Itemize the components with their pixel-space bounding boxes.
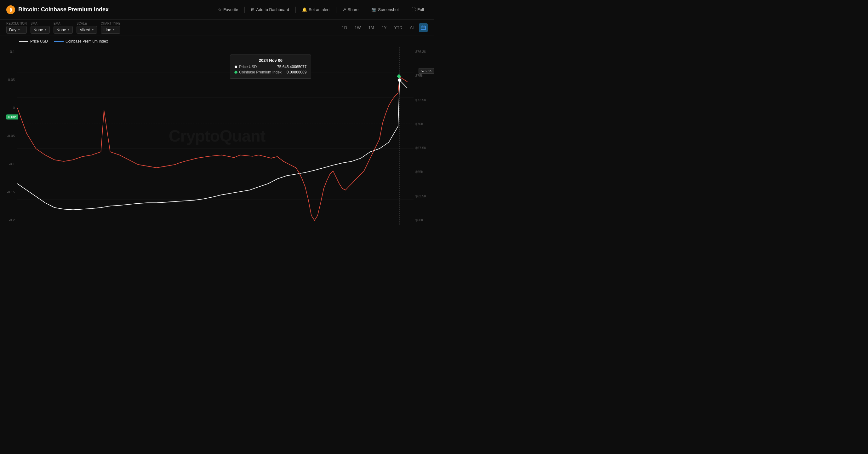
header: ₿ Bitcoin: Coinbase Premium Index ☆ Favo… [0, 0, 434, 20]
tooltip-price-value: 75,645.40065077 [277, 65, 306, 69]
time-all-button[interactable]: All [407, 24, 417, 31]
chevron-down-icon: ▼ [18, 28, 20, 31]
add-to-dashboard-button[interactable]: ⊞ Add to Dashboard [247, 5, 293, 14]
share-icon: ↗ [343, 7, 346, 12]
time-1m-button[interactable]: 1M [365, 24, 377, 31]
y-axis-left: 0.1 0.05 0 -0.05 -0.1 -0.15 -0.2 [0, 47, 17, 225]
price-dot [398, 78, 402, 82]
divider [365, 7, 365, 13]
camera-icon: 📷 [371, 7, 376, 12]
premium-dot-indicator [234, 70, 238, 74]
expand-icon: ⛶ [412, 7, 416, 12]
legend-price: Price USD [19, 39, 48, 44]
price-line-indicator [19, 41, 28, 41]
btc-icon: ₿ [6, 5, 15, 14]
chart-svg [17, 47, 413, 225]
sma-group: SMA None ▼ [31, 22, 50, 34]
full-button[interactable]: ⛶ Full [408, 5, 428, 14]
resolution-select[interactable]: Day ▼ [6, 26, 27, 34]
time-1w-button[interactable]: 1W [351, 24, 364, 31]
divider [405, 7, 405, 13]
chevron-down-icon: ▼ [44, 28, 47, 31]
set-alert-button[interactable]: 🔔 Set an alert [298, 5, 334, 14]
header-actions: ☆ Favorite ⊞ Add to Dashboard 🔔 Set an a… [214, 5, 428, 14]
page-title: Bitcoin: Coinbase Premium Index [18, 6, 108, 13]
divider [336, 7, 336, 13]
current-value-badge: $76.3K [418, 68, 434, 74]
divider [244, 7, 245, 13]
chevron-down-icon: ▼ [113, 28, 115, 31]
time-1y-button[interactable]: 1Y [378, 24, 390, 31]
price-dot-indicator [235, 65, 237, 68]
header-left: ₿ Bitcoin: Coinbase Premium Index [6, 5, 108, 14]
tooltip: 2024 Nov 06 Price USD 75,645.40065077 Co… [230, 55, 311, 79]
share-button[interactable]: ↗ Share [339, 5, 363, 14]
sma-select[interactable]: None ▼ [31, 26, 50, 34]
calendar-icon[interactable] [419, 23, 428, 32]
time-1d-button[interactable]: 1D [339, 24, 350, 31]
chart-container: Price USD Coinbase Premium Index CryptoQ… [0, 36, 434, 227]
tooltip-date: 2024 Nov 06 [235, 58, 306, 63]
premium-dot [397, 74, 401, 79]
scale-group: Scale Mixed ▼ [76, 22, 97, 34]
screenshot-button[interactable]: 📷 Screenshot [368, 5, 403, 14]
chart-legend: Price USD Coinbase Premium Index [0, 36, 434, 47]
favorite-button[interactable]: ☆ Favorite [214, 5, 242, 14]
price-line [17, 80, 407, 210]
chevron-down-icon: ▼ [67, 28, 70, 31]
chevron-down-icon: ▼ [92, 28, 94, 31]
ema-group: EMA None ▼ [54, 22, 73, 34]
toolbar-right: 1D 1W 1M 1Y YTD All [339, 23, 428, 32]
x-axis: Sep 28 Sep 30 Oct 02 Oct 04 Oct 06 Oct 0… [0, 225, 434, 227]
toolbar: Resolution Day ▼ SMA None ▼ EMA None ▼ S… [0, 20, 434, 36]
tooltip-premium-row: Coinbase Premium Index 0.09866089 [235, 70, 306, 75]
green-value-badge: 0.08* [6, 114, 18, 119]
scale-select[interactable]: Mixed ▼ [76, 26, 97, 34]
tooltip-price-row: Price USD 75,645.40065077 [235, 65, 306, 69]
resolution-group: Resolution Day ▼ [6, 22, 27, 34]
chart-wrapper: CryptoQuant 0.1 0.05 0 -0.05 -0.1 -0.15 … [0, 47, 434, 225]
dashboard-icon: ⊞ [251, 7, 254, 12]
star-icon: ☆ [218, 7, 222, 12]
premium-line-indicator [54, 41, 64, 41]
svg-rect-0 [421, 26, 426, 30]
toolbar-left: Resolution Day ▼ SMA None ▼ EMA None ▼ S… [6, 22, 122, 34]
chart-type-group: Chart Type Line ▼ [101, 22, 121, 34]
legend-premium: Coinbase Premium Index [54, 39, 108, 44]
divider [296, 7, 296, 13]
time-ytd-button[interactable]: YTD [391, 24, 406, 31]
bell-icon: 🔔 [302, 7, 307, 12]
chart-type-select[interactable]: Line ▼ [101, 26, 121, 34]
ema-select[interactable]: None ▼ [54, 26, 73, 34]
tooltip-premium-value: 0.09866089 [287, 70, 306, 75]
